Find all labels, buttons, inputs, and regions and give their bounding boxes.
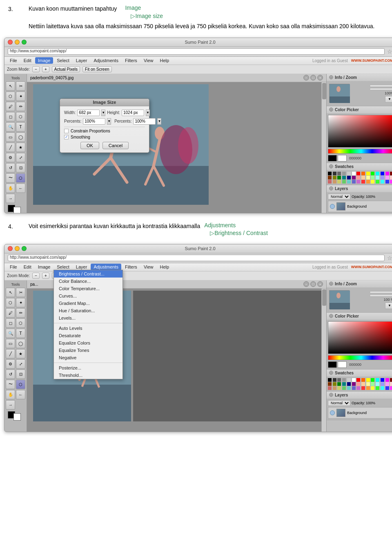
tool-pencil-1[interactable]: ✏ xyxy=(16,102,25,111)
tab-icon-minus-2[interactable]: − xyxy=(303,281,309,287)
swatch-cell[interactable] xyxy=(385,386,389,390)
swatch-cell[interactable] xyxy=(385,176,389,179)
close-button-2[interactable] xyxy=(8,246,13,251)
menu-edit-2[interactable]: Edit xyxy=(21,264,34,270)
close-button-1[interactable] xyxy=(8,40,13,45)
tool-text-1[interactable]: T xyxy=(16,122,25,132)
swatch-cell[interactable] xyxy=(342,180,346,184)
menu-layer-1[interactable]: Layer xyxy=(73,57,90,64)
swatch-cell[interactable] xyxy=(328,180,332,184)
menu-file-1[interactable]: File xyxy=(7,57,20,64)
tool-move-1[interactable]: ⬡ xyxy=(16,173,25,183)
dialog-ok-button[interactable]: OK xyxy=(80,142,99,149)
swatch-cell[interactable] xyxy=(361,378,365,382)
tool-fill-1[interactable]: ⬡ xyxy=(16,112,25,121)
color-strip-1[interactable] xyxy=(328,149,392,154)
window-controls-1[interactable] xyxy=(8,40,27,45)
swatch-cell[interactable] xyxy=(337,382,341,386)
tool-arrow-right-1[interactable]: → xyxy=(6,194,15,203)
swatch-cell[interactable] xyxy=(328,386,332,390)
tool-smudge-2[interactable]: 〜 xyxy=(6,380,15,389)
swatch-cell[interactable] xyxy=(376,176,379,179)
swatch-cell[interactable] xyxy=(361,180,365,184)
tool-arrow-right-2[interactable]: → xyxy=(6,400,15,410)
tool-select-2[interactable]: ↖ xyxy=(6,288,15,297)
canvas-scrollbar-1[interactable] xyxy=(321,82,326,213)
swatch-cell[interactable] xyxy=(356,378,360,382)
tool-rect-2[interactable]: ▭ xyxy=(6,339,15,348)
swatch-cell[interactable] xyxy=(328,382,332,386)
swatch-cell[interactable] xyxy=(385,172,389,175)
dialog-height-input[interactable] xyxy=(122,110,144,116)
maximize-button-2[interactable] xyxy=(22,246,27,251)
swatch-cell[interactable] xyxy=(328,176,332,179)
swatch-cell[interactable] xyxy=(337,172,341,175)
dropdown-desaturate[interactable]: Desaturate xyxy=(54,332,122,339)
zoom-slider-y-1[interactable] xyxy=(370,85,392,87)
bookmark-icon-2[interactable]: ☆ xyxy=(387,255,392,261)
dropdown-curves[interactable]: Curves... xyxy=(54,292,122,300)
dialog-percent2-dropdown[interactable]: ▼ xyxy=(157,118,161,125)
canvas-scrollbar-2[interactable] xyxy=(321,289,326,432)
menu-filters-1[interactable]: Filters xyxy=(122,57,140,64)
tool-hand-1[interactable]: ✋ xyxy=(6,184,15,193)
zoom-minus-button-1[interactable]: − xyxy=(32,66,40,72)
dialog-percent2-input[interactable] xyxy=(133,118,156,125)
swatch-cell[interactable] xyxy=(381,180,384,184)
scrollbar-thumb-1[interactable] xyxy=(322,83,326,99)
tool-arrow-left-2[interactable]: ← xyxy=(16,390,25,399)
bg-color-2[interactable] xyxy=(13,413,21,421)
swatch-cell[interactable] xyxy=(356,180,360,184)
zoom-plus-button-1[interactable]: + xyxy=(42,66,49,72)
menu-image-2[interactable]: Image xyxy=(35,264,53,270)
dropdown-equalize-tones[interactable]: Equalize Tones xyxy=(54,347,122,354)
tool-select-1[interactable]: ↖ xyxy=(6,81,15,91)
tool-settings-1[interactable]: ⚙ xyxy=(6,153,15,162)
zoom-actual-button-1[interactable]: Actual Pixels xyxy=(52,66,80,72)
swatch-cell[interactable] xyxy=(342,176,346,179)
swatch-cell[interactable] xyxy=(337,176,341,179)
color-strip-2[interactable] xyxy=(328,355,392,360)
swatch-cell[interactable] xyxy=(342,386,346,390)
tool-transform-2[interactable]: ⤢ xyxy=(16,359,25,369)
swatch-cell[interactable] xyxy=(337,386,341,390)
swatch-cell[interactable] xyxy=(333,176,336,179)
swatch-cell[interactable] xyxy=(366,176,370,179)
tool-ellipse-2[interactable]: ◯ xyxy=(16,339,25,348)
layers-mode-select-1[interactable]: Normal xyxy=(328,194,350,199)
bookmark-icon-1[interactable]: ☆ xyxy=(387,48,392,55)
tab-icon-restore-2[interactable]: □ xyxy=(310,281,316,287)
dropdown-color-temperature[interactable]: Color Temperature... xyxy=(54,285,122,292)
tool-ellipse-1[interactable]: ◯ xyxy=(16,132,25,142)
tool-zoom-2[interactable]: 🔍 xyxy=(6,329,15,338)
swatch-cell[interactable] xyxy=(342,382,346,386)
swatch-cell[interactable] xyxy=(371,378,374,382)
swatch-cell[interactable] xyxy=(352,172,356,175)
swatch-cell[interactable] xyxy=(390,172,392,175)
swatch-cell[interactable] xyxy=(385,180,389,184)
color-gradient-2[interactable] xyxy=(328,321,392,354)
zoom-slider-x-1[interactable] xyxy=(370,88,392,90)
swatch-cell[interactable] xyxy=(352,176,356,179)
tool-clone-2[interactable]: ⊡ xyxy=(16,370,25,379)
tool-star-2[interactable]: ★ xyxy=(16,349,25,358)
tool-hand-2[interactable]: ✋ xyxy=(6,390,15,399)
menu-help-2[interactable]: Help xyxy=(157,264,172,270)
minimize-button-2[interactable] xyxy=(15,246,20,251)
fg-swatch-2[interactable] xyxy=(328,361,337,368)
swatch-cell[interactable] xyxy=(347,172,351,175)
swatch-cell[interactable] xyxy=(352,378,356,382)
minimize-button-1[interactable] xyxy=(15,40,20,45)
swatch-cell[interactable] xyxy=(381,176,384,179)
swatch-cell[interactable] xyxy=(390,382,392,386)
swatch-cell[interactable] xyxy=(371,386,374,390)
tool-text-2[interactable]: T xyxy=(16,329,25,338)
swatch-cell[interactable] xyxy=(376,382,379,386)
tool-line-2[interactable]: ╱ xyxy=(6,349,15,358)
menu-view-1[interactable]: View xyxy=(141,57,156,64)
maximize-button-1[interactable] xyxy=(22,40,27,45)
tool-brush-1[interactable]: 🖊 xyxy=(6,102,15,111)
tab-icon-restore-1[interactable]: □ xyxy=(310,75,316,81)
swatch-cell[interactable] xyxy=(342,378,346,382)
tool-arrow-left-1[interactable]: ← xyxy=(16,184,25,193)
